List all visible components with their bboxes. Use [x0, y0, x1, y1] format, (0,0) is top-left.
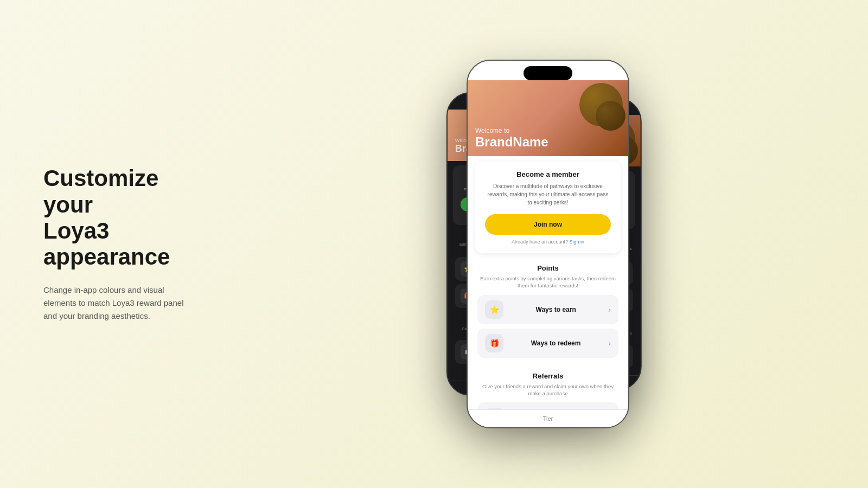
phone-header-center: Welcome to BrandName [468, 80, 628, 156]
sign-in-link-center[interactable]: Sign in [570, 239, 585, 245]
phone-center: Welcome to BrandName Become a member Dis… [467, 60, 629, 428]
earn-chevron-center: › [608, 305, 611, 314]
dynamic-island-center [524, 66, 572, 80]
phones-container: Welcome to BrandName Become a member Dis… [228, 0, 868, 488]
earn-icon-center: ⭐ [485, 300, 503, 319]
redeem-chevron-center: › [608, 339, 611, 348]
redeem-icon-center: 🎁 [485, 334, 503, 352]
bottom-tab-center[interactable]: Tier [468, 409, 628, 427]
left-section: Customize your Loya3 appearance Change i… [0, 133, 228, 355]
description-text: Change in-app colours and visual element… [43, 284, 195, 323]
main-heading: Customize your Loya3 appearance [43, 165, 195, 270]
ways-to-earn-center[interactable]: ⭐ Ways to earn › [477, 295, 618, 324]
phone-header-text-center: Welcome to BrandName [475, 127, 548, 150]
points-section-center: Points Earn extra points by completing v… [468, 259, 628, 368]
membership-card-center: Become a member Discover a multitude of … [475, 162, 621, 253]
join-button-center[interactable]: Join now [485, 214, 611, 235]
coffee-decoration-center [579, 83, 623, 126]
ways-to-redeem-center[interactable]: 🎁 Ways to redeem › [477, 329, 618, 358]
sign-in-center: Already have an account? Sign in [485, 239, 611, 245]
phone-center-scroll: Become a member Discover a multitude of … [468, 156, 628, 428]
